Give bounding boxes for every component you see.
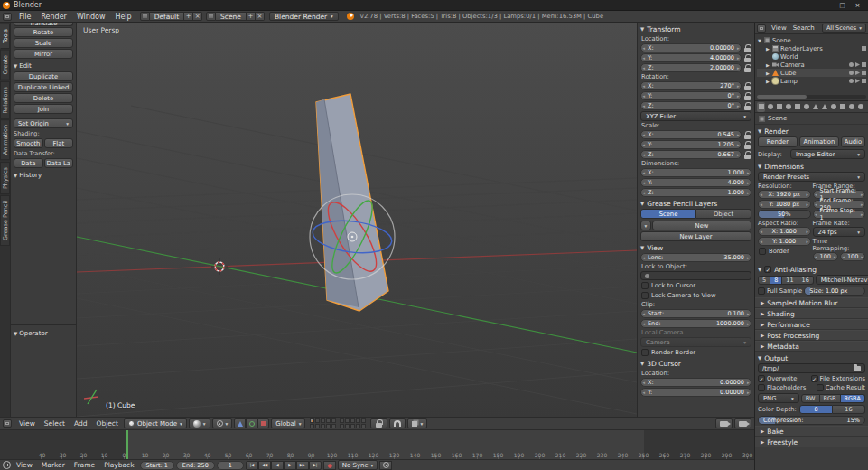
grease-pencil-panel-header[interactable]: ▼ Grease Pencil Layers <box>640 198 751 209</box>
cache-result-checkbox[interactable]: ✓ <box>817 384 824 391</box>
location-x-field[interactable]: X:0.00000 <box>640 43 742 52</box>
rgba-button[interactable]: RGBA <box>841 394 865 403</box>
cursor-x-field[interactable]: X:0.00000 <box>640 378 751 387</box>
screen-layout-icon[interactable] <box>140 12 150 21</box>
location-z-field[interactable]: Z:2.00000 <box>640 63 742 72</box>
select-toggle-icon[interactable] <box>855 62 860 67</box>
resolution-x-field[interactable]: X: 1920 px <box>758 190 811 199</box>
record-button[interactable]: ● <box>323 461 336 470</box>
tab-render-layers[interactable] <box>766 102 774 112</box>
tab-object[interactable] <box>793 102 801 112</box>
translate-manipulator-button[interactable] <box>234 418 246 428</box>
timeline-ruler[interactable]: -40-30-20-100102030405060708090100110120… <box>0 429 754 459</box>
remap-old-field[interactable]: 100 <box>813 252 838 261</box>
remap-new-field[interactable]: 100 <box>840 252 865 261</box>
layer-toggle[interactable] <box>356 424 360 428</box>
lock-icon[interactable] <box>743 131 751 139</box>
transform-panel-header[interactable]: ▼ Transform <box>640 24 751 34</box>
layer-toggle[interactable] <box>356 418 360 423</box>
transform-orientation-dropdown[interactable]: Global ▾ <box>271 418 305 428</box>
border-checkbox[interactable]: ✓ <box>759 248 766 255</box>
render-audio-button[interactable]: Audio <box>841 136 865 147</box>
layer-toggle[interactable] <box>321 424 325 428</box>
lock-to-scene-button[interactable] <box>370 418 387 428</box>
post-processing-panel-header[interactable]: ▶Post Processing <box>755 330 868 341</box>
select-toggle-icon[interactable] <box>855 70 860 75</box>
file-format-dropdown[interactable]: PNG ▾ <box>758 393 799 403</box>
lock-icon[interactable] <box>743 54 751 62</box>
bw-button[interactable]: BW <box>801 394 820 403</box>
lens-field[interactable]: Lens:35.000 <box>640 253 751 262</box>
viewport-canvas[interactable] <box>77 23 637 417</box>
output-panel-header[interactable]: ▼ Output <box>758 352 865 363</box>
edit-panel-header[interactable]: ▼ Edit <box>14 61 73 71</box>
jump-to-start-button[interactable]: |◀ <box>246 461 258 470</box>
scale-z-field[interactable]: Z:0.667 <box>640 150 742 159</box>
dimensions-panel-header[interactable]: ▼ Dimensions <box>758 161 865 172</box>
tree-item-renderlayers[interactable]: ▶ RenderLayers <box>757 44 866 52</box>
mode-dropdown[interactable]: Object Mode ▾ <box>124 418 187 428</box>
menu-frame[interactable]: Frame <box>70 461 98 469</box>
delete-scene-button[interactable]: × <box>256 12 265 21</box>
rotation-z-field[interactable]: Z:0° <box>640 101 742 110</box>
display-dropdown[interactable]: Image Editor ▾ <box>790 149 865 159</box>
lock-camera-checkbox[interactable]: ✓ <box>641 292 649 299</box>
depth-8-button[interactable]: 8 <box>799 405 833 414</box>
lock-icon[interactable] <box>743 82 751 90</box>
layer-toggle[interactable] <box>331 418 336 423</box>
data-layout-button[interactable]: Data La <box>44 158 74 168</box>
rotation-x-field[interactable]: X:270° <box>640 81 742 90</box>
tree-item-scene[interactable]: ▼ Scene <box>757 36 866 44</box>
eye-toggle-icon[interactable] <box>849 62 854 67</box>
tab-physics[interactable]: Physics <box>0 162 10 194</box>
tab-texture[interactable] <box>838 102 846 112</box>
render-toggle-icon[interactable] <box>862 62 866 67</box>
menu-object[interactable]: Object <box>92 419 121 428</box>
delete-button[interactable]: Delete <box>14 93 73 103</box>
scene-value[interactable]: Scene <box>216 12 247 21</box>
scale-manipulator-button[interactable] <box>257 418 269 428</box>
lock-icon[interactable] <box>743 92 751 100</box>
render-border-checkbox[interactable]: ✓ <box>641 349 649 356</box>
scale-y-field[interactable]: Y:1.205 <box>640 140 742 149</box>
depth-16-button[interactable]: 16 <box>833 405 865 414</box>
grease-object-tab[interactable]: Object <box>696 209 751 219</box>
next-keyframe-button[interactable]: ▶▶ <box>296 461 309 470</box>
snap-element-dropdown[interactable]: ▾ <box>407 418 427 428</box>
expand-icon[interactable]: ▶ <box>765 62 770 68</box>
tab-modifiers[interactable] <box>811 102 819 112</box>
delete-layout-button[interactable]: × <box>193 12 202 21</box>
render-animation-button[interactable]: Animation <box>799 136 839 147</box>
sampled-motion-blur-panel-header[interactable]: ▶Sampled Motion Blur <box>755 297 868 308</box>
layer-toggle[interactable] <box>345 418 350 423</box>
menu-playback[interactable]: Playback <box>100 461 137 469</box>
tree-item-camera[interactable]: ▶ Camera <box>757 61 866 69</box>
grease-scene-tab[interactable]: Scene <box>640 209 696 219</box>
add-layout-button[interactable]: + <box>184 12 193 21</box>
viewport-shading-dropdown[interactable]: ▾ <box>189 418 210 428</box>
aa-size-slider[interactable]: Size: 1.00 px <box>804 287 865 296</box>
duplicate-button[interactable]: Duplicate <box>14 71 73 81</box>
menu-file[interactable]: File <box>14 13 35 21</box>
layer-toggle[interactable] <box>345 424 350 428</box>
scale-button[interactable]: Scale <box>14 38 73 48</box>
eye-toggle-icon[interactable] <box>849 70 854 75</box>
eye-toggle-icon[interactable] <box>849 79 854 83</box>
snap-toggle-button[interactable] <box>389 418 406 428</box>
view-panel-header[interactable]: ▼ View <box>640 242 751 253</box>
layer-toggle[interactable] <box>361 424 366 428</box>
anti-aliasing-checkbox[interactable]: ✓ <box>764 266 771 273</box>
lock-icon[interactable] <box>743 44 751 52</box>
shade-flat-button[interactable]: Flat <box>44 138 74 148</box>
tab-constraints[interactable] <box>802 102 810 112</box>
layer-toggle[interactable] <box>361 418 366 423</box>
aa-samples-5-button[interactable]: 5 <box>758 276 770 285</box>
menu-view[interactable]: View <box>15 419 39 428</box>
aa-samples-16-button[interactable]: 16 <box>798 276 814 285</box>
join-button[interactable]: Join <box>14 104 73 114</box>
tab-world[interactable] <box>784 102 792 112</box>
shading-panel-header[interactable]: ▶Shading <box>755 308 868 319</box>
layer-toggle[interactable] <box>310 418 314 423</box>
opengl-render-animation-button[interactable] <box>734 418 751 428</box>
maximize-button[interactable]: □ <box>835 0 850 10</box>
